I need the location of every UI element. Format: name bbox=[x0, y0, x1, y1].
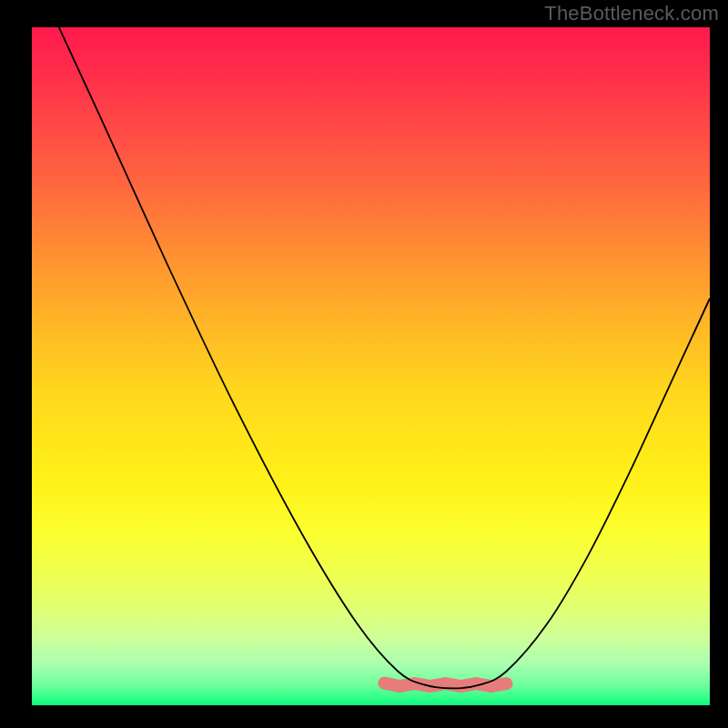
plot-area bbox=[32, 27, 710, 705]
optimal-range-highlight bbox=[384, 683, 506, 687]
bottleneck-curve-line bbox=[59, 27, 710, 688]
curve-svg bbox=[32, 27, 710, 705]
chart-container: TheBottleneck.com bbox=[0, 0, 728, 728]
watermark-text: TheBottleneck.com bbox=[544, 2, 719, 25]
